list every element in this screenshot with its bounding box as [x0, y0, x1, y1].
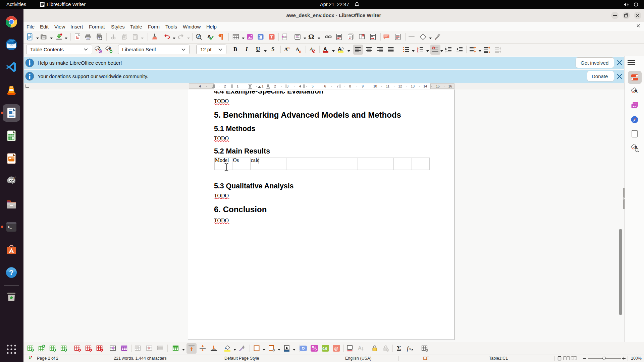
svg-text:>_: >_ [8, 226, 12, 229]
svg-text:3.: 3. [417, 51, 419, 54]
svg-text:0.0: 0.0 [322, 347, 327, 351]
svg-text:A: A [634, 145, 638, 150]
svg-text:A: A [323, 46, 327, 52]
svg-text:Ω: Ω [308, 33, 314, 41]
svg-text:Σ: Σ [397, 345, 401, 352]
svg-text:?: ? [9, 268, 13, 277]
svg-text:A: A [338, 46, 341, 52]
svg-text:A: A [634, 88, 638, 94]
svg-text:A: A [358, 345, 362, 351]
svg-text:x: x [409, 347, 411, 351]
svg-text:f: f [407, 345, 409, 352]
svg-text:@: @ [334, 346, 338, 351]
svg-text:B: B [299, 50, 301, 53]
svg-text:B: B [287, 46, 290, 50]
